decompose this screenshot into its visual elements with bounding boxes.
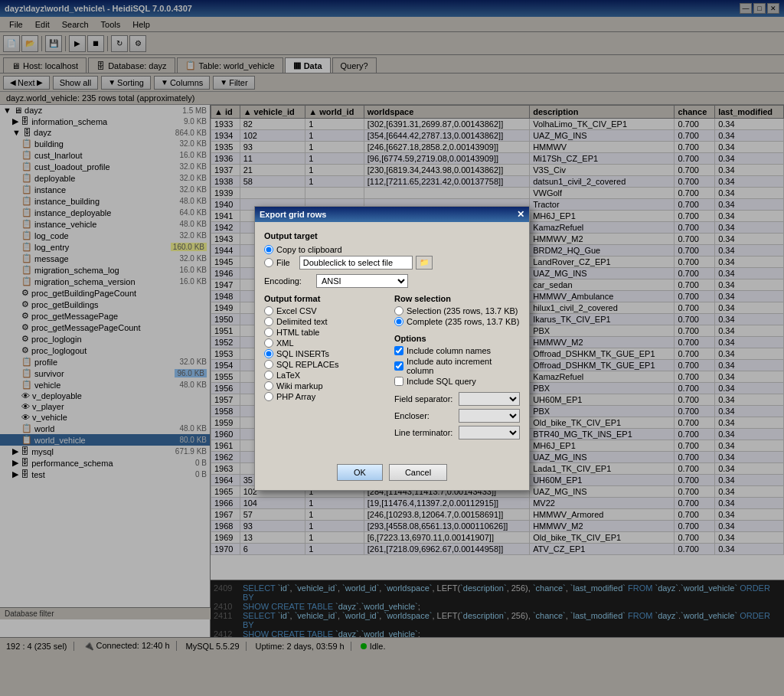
format-html[interactable]: HTML table — [264, 328, 385, 337]
dialog-title-text: Export grid rows — [260, 210, 326, 219]
format-sql-inserts[interactable]: SQL INSERTs — [264, 349, 385, 358]
format-php-array[interactable]: PHP Array — [264, 392, 385, 401]
encoding-label: Encoding: — [264, 276, 310, 286]
option-include-sql-query[interactable]: Include SQL query — [394, 377, 520, 386]
output-target-section: Output target — [264, 231, 520, 240]
output-format-group: Excel CSV Delimited text HTML table XML … — [264, 306, 385, 401]
row-selection-group: Selection (235 rows, 13.7 KB) Complete (… — [394, 306, 520, 326]
file-browse-btn[interactable]: 📁 — [416, 256, 433, 270]
line-terminator-row: Line terminator: — [394, 426, 520, 439]
line-term-select[interactable] — [459, 426, 520, 439]
output-format-col: Output format Excel CSV Delimited text H… — [264, 294, 385, 443]
dialog-footer: OK Cancel — [255, 458, 529, 490]
selection-complete[interactable]: Complete (235 rows, 13.7 KB) — [394, 317, 520, 326]
encoding-select[interactable]: ANSI — [316, 274, 408, 288]
row-selection-title: Row selection — [394, 294, 520, 303]
cancel-btn[interactable]: Cancel — [389, 464, 447, 481]
line-term-label: Line terminator: — [394, 428, 456, 437]
option-include-auto-increment[interactable]: Include auto increment column — [394, 357, 520, 375]
encoding-row: Encoding: ANSI — [264, 274, 520, 288]
field-separator-row: Field separator: — [394, 392, 520, 406]
format-delimited[interactable]: Delimited text — [264, 317, 385, 326]
checkbox-include-columns[interactable] — [394, 346, 403, 355]
radio-file-input[interactable] — [264, 258, 273, 267]
dialog-body: Output target Copy to clipboard File 📁 — [255, 222, 529, 458]
radio-clipboard[interactable]: Copy to clipboard — [264, 245, 520, 254]
encloser-select[interactable] — [459, 409, 520, 423]
field-sep-select[interactable] — [459, 392, 520, 406]
radio-file[interactable]: File 📁 — [264, 256, 520, 270]
row-selection-col: Row selection Selection (235 rows, 13.7 … — [394, 294, 520, 443]
format-latex[interactable]: LaTeX — [264, 371, 385, 380]
format-excel-csv[interactable]: Excel CSV — [264, 306, 385, 315]
checkbox-include-sql-query[interactable] — [394, 377, 403, 386]
field-sep-label: Field separator: — [394, 394, 456, 404]
dialog-title-bar: Export grid rows ✕ — [255, 207, 529, 222]
file-path-input[interactable] — [299, 256, 413, 270]
option-include-column-names[interactable]: Include column names — [394, 346, 520, 355]
encloser-label: Encloser: — [394, 411, 456, 420]
dialog-overlay: Export grid rows ✕ Output target Copy to… — [0, 0, 784, 696]
format-xml[interactable]: XML — [264, 338, 385, 348]
two-col-section: Output format Excel CSV Delimited text H… — [264, 294, 520, 443]
field-options: Field separator: Encloser: Line terminat… — [394, 392, 520, 439]
radio-clipboard-input[interactable] — [264, 245, 273, 254]
encloser-row: Encloser: — [394, 409, 520, 423]
checkbox-include-auto-increment[interactable] — [394, 361, 403, 371]
format-wiki[interactable]: Wiki markup — [264, 381, 385, 390]
ok-btn[interactable]: OK — [337, 464, 383, 481]
dialog-close-btn[interactable]: ✕ — [517, 209, 524, 220]
format-sql-replaces[interactable]: SQL REPLACEs — [264, 360, 385, 369]
options-title: Options — [394, 334, 520, 343]
selection-partial[interactable]: Selection (235 rows, 13.7 KB) — [394, 306, 520, 315]
output-format-title: Output format — [264, 294, 385, 303]
export-dialog: Export grid rows ✕ Output target Copy to… — [254, 206, 530, 491]
output-target-group: Copy to clipboard File 📁 — [264, 245, 520, 270]
